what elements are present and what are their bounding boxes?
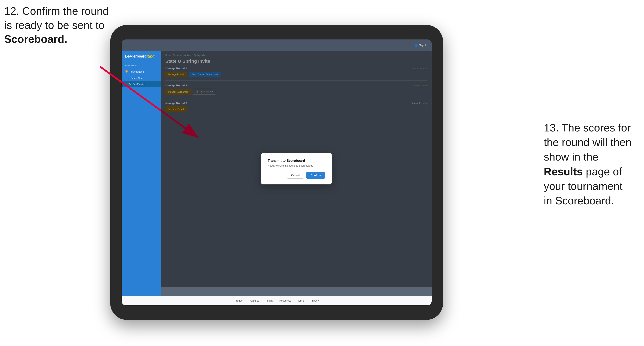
sidebar-logo: LeaderboardKing (122, 54, 161, 62)
main-layout: LeaderboardKing MAIN MENU 🏆 Tournaments … (122, 51, 432, 296)
footer-link-terms[interactable]: Terms (298, 299, 304, 302)
footer: Product Features Pricing Resources Terms… (122, 296, 432, 305)
annotation-r4: page of (586, 166, 622, 177)
tablet-device: 👤 Sign In LeaderboardKing MAIN MENU 🏆 To… (110, 25, 443, 320)
edit-existing-label: Edit Existing (133, 83, 146, 85)
sidebar-item-create-new[interactable]: + Create New (122, 75, 161, 81)
annotation-top-left: 12. Confirm the round is ready to be sen… (4, 4, 109, 46)
annotation-bold: Scoreboard. (4, 33, 67, 45)
annotation-line1: 12. Confirm the round (4, 5, 109, 17)
modal-title: Transmit to Scoreboard (268, 159, 325, 163)
plus-icon: + (128, 77, 129, 79)
top-navbar: 👤 Sign In (122, 39, 432, 51)
modal-overlay: Transmit to Scoreboard Ready to send thi… (161, 51, 432, 287)
logo-text: LeaderboardKing (125, 54, 158, 59)
sign-in-button[interactable]: 👤 Sign In (414, 44, 428, 47)
logo-leaderboard: Leaderboard (125, 54, 147, 58)
footer-link-features[interactable]: Features (250, 299, 259, 302)
sidebar: LeaderboardKing MAIN MENU 🏆 Tournaments … (122, 51, 161, 296)
transmit-modal: Transmit to Scoreboard Ready to send thi… (261, 153, 332, 184)
content-area: Home / Tournaments / State U Spring Invi… (161, 51, 432, 296)
footer-link-product[interactable]: Product (235, 299, 243, 302)
sign-in-label: Sign In (419, 44, 428, 47)
annotation-right: 13. The scores for the round will then s… (544, 121, 632, 208)
footer-link-pricing[interactable]: Pricing (266, 299, 273, 302)
sidebar-item-edit-existing[interactable]: ✏️ Edit Existing (122, 81, 161, 87)
annotation-r1: 13. The scores for (544, 122, 631, 134)
sidebar-tournaments-label: Tournaments (130, 70, 144, 73)
annotation-line2: is ready to be sent to (4, 19, 105, 31)
create-new-label: Create New (130, 77, 142, 79)
modal-confirm-button[interactable]: Confirm (306, 172, 325, 178)
edit-icon: ✏️ (128, 83, 131, 85)
modal-subtitle: Ready to send this round to Scoreboard? (268, 164, 325, 167)
user-icon: 👤 (414, 44, 418, 47)
annotation-r5: your tournament (544, 180, 622, 192)
footer-link-privacy[interactable]: Privacy (310, 299, 319, 302)
annotation-r3: show in the (544, 151, 598, 163)
annotation-r-bold: Results (544, 166, 583, 177)
sidebar-item-tournaments[interactable]: 🏆 Tournaments (122, 68, 161, 75)
annotation-r6: in Scoreboard. (544, 195, 614, 207)
annotation-r2: the round will then (544, 136, 632, 148)
footer-link-resources[interactable]: Resources (279, 299, 291, 302)
tablet-screen: 👤 Sign In LeaderboardKing MAIN MENU 🏆 To… (122, 39, 432, 305)
logo-king: King (147, 54, 154, 58)
modal-cancel-button[interactable]: Cancel (287, 172, 304, 178)
main-menu-label: MAIN MENU (122, 65, 161, 67)
trophy-icon: 🏆 (125, 70, 128, 73)
modal-actions: Cancel Confirm (268, 172, 325, 178)
